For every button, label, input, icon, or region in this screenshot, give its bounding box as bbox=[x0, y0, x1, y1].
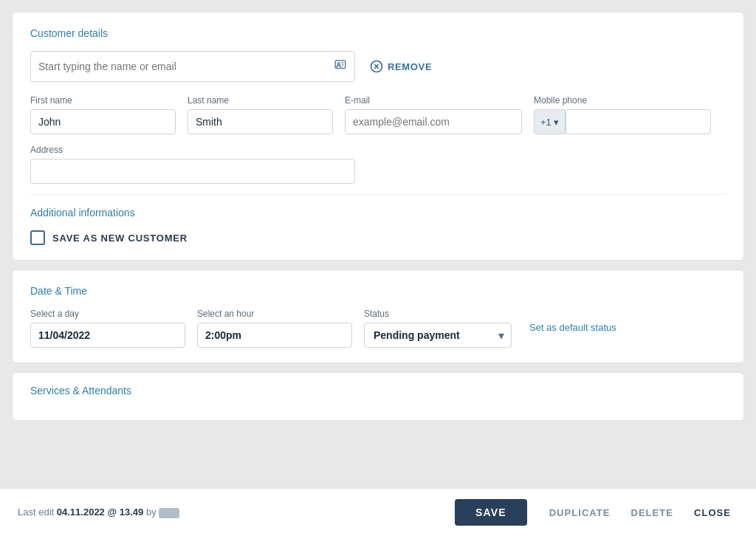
phone-number-input[interactable] bbox=[566, 109, 711, 134]
select-day-group: Select a day bbox=[30, 309, 185, 348]
first-name-input[interactable] bbox=[30, 109, 176, 134]
remove-button[interactable]: REMOVE bbox=[370, 60, 432, 73]
phone-wrapper: +1 ▾ bbox=[534, 109, 711, 134]
footer: Last edit 04.11.2022 @ 13.49 by SAVE DUP… bbox=[0, 488, 756, 536]
country-code-text: +1 bbox=[540, 117, 551, 128]
email-group: E-mail bbox=[345, 95, 522, 134]
last-edit-date: 04.11.2022 @ 13.49 bbox=[57, 506, 144, 518]
phone-dropdown-icon: ▾ bbox=[554, 117, 559, 128]
customer-fields-row: First name Last name E-mail Mobile phone… bbox=[30, 95, 726, 134]
status-group: Status Pending payment Confirmed Complet… bbox=[364, 309, 512, 348]
footer-actions: SAVE DUPLICATE DELETE CLOSE bbox=[455, 499, 738, 526]
mobile-phone-group: Mobile phone +1 ▾ bbox=[534, 95, 711, 134]
services-attendants-card: Services & Attendants bbox=[12, 372, 744, 421]
select-hour-label: Select an hour bbox=[197, 309, 352, 319]
email-label: E-mail bbox=[345, 95, 522, 106]
delete-button[interactable]: DELETE bbox=[620, 500, 684, 526]
remove-circle-icon bbox=[370, 60, 383, 73]
select-day-input[interactable] bbox=[30, 323, 185, 348]
last-edit-label: Last edit bbox=[18, 506, 54, 518]
customer-search-row: REMOVE bbox=[30, 51, 726, 82]
svg-point-1 bbox=[337, 63, 340, 65]
last-edit-time-value: 13.49 bbox=[120, 506, 144, 518]
set-default-status-link[interactable]: Set as default status bbox=[529, 322, 616, 334]
date-time-title: Date & Time bbox=[30, 285, 726, 297]
status-select[interactable]: Pending payment Confirmed Completed Canc… bbox=[364, 323, 512, 348]
save-as-new-customer-label: SAVE AS NEW CUSTOMER bbox=[52, 233, 188, 244]
last-name-group: Last name bbox=[188, 95, 333, 134]
save-as-new-customer-row: SAVE AS NEW CUSTOMER bbox=[30, 230, 726, 245]
additional-info-title: Additional informations bbox=[30, 207, 726, 219]
customer-search-input[interactable] bbox=[38, 61, 334, 72]
last-name-label: Last name bbox=[188, 95, 333, 106]
select-hour-input[interactable] bbox=[197, 323, 352, 348]
last-edit-date-value: 04.11.2022 @ bbox=[57, 506, 117, 518]
save-button[interactable]: SAVE bbox=[455, 499, 527, 526]
select-day-label: Select a day bbox=[30, 309, 185, 319]
first-name-label: First name bbox=[30, 95, 176, 106]
last-edit-info: Last edit 04.11.2022 @ 13.49 by bbox=[18, 506, 179, 518]
address-label: Address bbox=[30, 145, 355, 155]
email-input[interactable] bbox=[345, 109, 522, 134]
section-divider bbox=[30, 194, 726, 195]
save-as-new-customer-checkbox[interactable] bbox=[30, 230, 45, 245]
datetime-fields-row: Select a day Select an hour Status Pendi… bbox=[30, 309, 726, 348]
status-label: Status bbox=[364, 309, 512, 319]
address-group: Address bbox=[30, 145, 355, 184]
user-search-icon bbox=[334, 58, 347, 75]
remove-button-label: REMOVE bbox=[388, 61, 432, 72]
last-edit-by: by bbox=[146, 506, 157, 518]
address-row: Address bbox=[30, 145, 726, 184]
duplicate-button[interactable]: DUPLICATE bbox=[539, 500, 621, 526]
last-name-input[interactable] bbox=[188, 109, 333, 134]
customer-details-card: Customer details bbox=[12, 12, 744, 261]
close-button[interactable]: CLOSE bbox=[687, 500, 738, 526]
editor-avatar bbox=[159, 508, 179, 518]
select-hour-group: Select an hour bbox=[197, 309, 352, 348]
first-name-group: First name bbox=[30, 95, 176, 134]
customer-details-title: Customer details bbox=[30, 27, 726, 39]
customer-search-box[interactable] bbox=[30, 51, 355, 82]
mobile-phone-label: Mobile phone bbox=[534, 95, 711, 106]
services-attendants-title: Services & Attendants bbox=[30, 385, 726, 396]
phone-country-code[interactable]: +1 ▾ bbox=[534, 109, 566, 134]
date-time-card: Date & Time Select a day Select an hour … bbox=[12, 269, 744, 363]
address-input[interactable] bbox=[30, 159, 355, 184]
status-select-wrapper: Pending payment Confirmed Completed Canc… bbox=[364, 323, 512, 348]
